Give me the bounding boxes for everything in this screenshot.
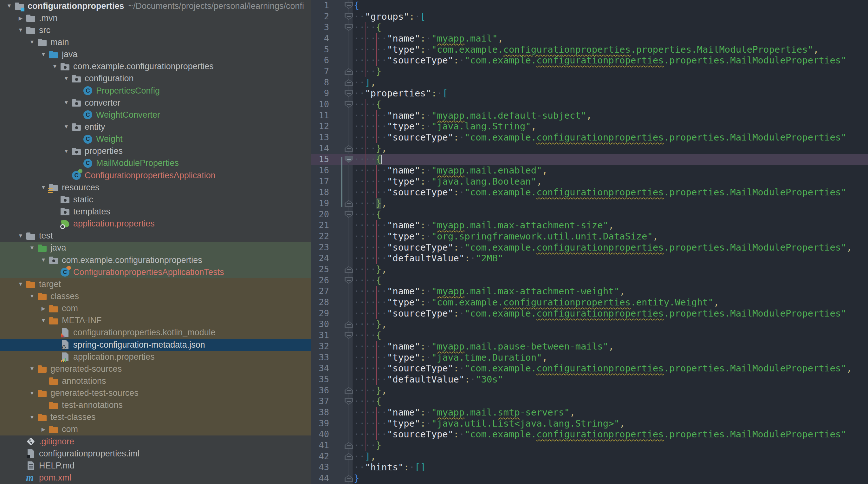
chevron-down-icon[interactable]: ▼ xyxy=(39,184,48,191)
line-number[interactable]: 27 xyxy=(311,286,329,297)
line-number[interactable]: 11 xyxy=(311,110,329,121)
tree-item-converter[interactable]: ▼converter xyxy=(0,97,311,109)
fold-start-icon[interactable] xyxy=(345,101,353,108)
tree-item-configurationpropertiesapplicationtests[interactable]: CConfigurationpropertiesApplicationTests xyxy=(0,266,311,278)
chevron-down-icon[interactable]: ▼ xyxy=(27,245,37,251)
fold-start-icon[interactable] xyxy=(345,13,353,20)
code-line[interactable]: ······"name":·"myapp.mail.default-subjec… xyxy=(354,110,868,121)
fold-end-icon[interactable] xyxy=(345,145,353,152)
tree-item-configuration[interactable]: ▼configuration xyxy=(0,72,311,85)
fold-end-icon[interactable] xyxy=(345,266,353,273)
tree-item-target[interactable]: ▼target xyxy=(0,278,311,290)
tree-item-properties[interactable]: ▼properties xyxy=(0,145,311,157)
line-number[interactable]: 2 xyxy=(311,11,329,22)
line-number[interactable]: 13 xyxy=(311,132,329,143)
tree-item-main[interactable]: ▼main xyxy=(0,36,311,48)
tree-item-application-properties[interactable]: application.properties xyxy=(0,351,311,363)
code-line[interactable]: ··], xyxy=(354,451,868,462)
tree-item-help-md[interactable]: HELP.md xyxy=(0,460,311,472)
code-line[interactable]: ······"sourceType":·"com.example.configu… xyxy=(354,55,868,66)
code-line[interactable]: ····{ xyxy=(354,99,868,110)
fold-start-icon[interactable] xyxy=(345,332,353,339)
fold-start-icon[interactable] xyxy=(345,2,353,9)
tree-item-mailmoduleproperties[interactable]: CMailModuleProperties xyxy=(0,157,311,170)
tree-item-application-properties[interactable]: application.properties xyxy=(0,218,311,230)
tree-item-generated-test-sources[interactable]: ▼generated-test-sources xyxy=(0,387,311,399)
tree-item-meta-inf[interactable]: ▼META-INF xyxy=(0,314,311,327)
tree-item-gitignore[interactable]: .gitignore xyxy=(0,435,311,448)
tree-item-test[interactable]: ▼test xyxy=(0,230,311,242)
line-number[interactable]: 28 xyxy=(311,297,329,308)
line-number[interactable]: 14 xyxy=(311,143,329,154)
line-number[interactable]: 32 xyxy=(311,341,329,352)
fold-start-icon[interactable] xyxy=(345,156,353,163)
chevron-down-icon[interactable]: ▼ xyxy=(39,317,48,324)
chevron-down-icon[interactable]: ▼ xyxy=(62,75,71,82)
tree-item-generated-sources[interactable]: ▼generated-sources xyxy=(0,363,311,375)
chevron-down-icon[interactable]: ▼ xyxy=(62,148,71,154)
code-line[interactable]: ····}, xyxy=(354,319,868,330)
line-number[interactable]: 10 xyxy=(311,99,329,110)
code-line[interactable]: ····{ xyxy=(354,154,868,165)
fold-end-icon[interactable] xyxy=(345,200,353,207)
code-line[interactable]: ····}, xyxy=(354,264,868,275)
code-line[interactable]: { xyxy=(354,0,868,11)
line-number[interactable]: 39 xyxy=(311,418,329,429)
code-line[interactable]: ····{ xyxy=(354,330,868,341)
code-line[interactable]: ······"name":·"myapp.mail.smtp-servers", xyxy=(354,407,868,418)
tree-item-com[interactable]: ▶com xyxy=(0,303,311,314)
fold-start-icon[interactable] xyxy=(345,24,353,31)
line-number[interactable]: 18 xyxy=(311,187,329,198)
code-line[interactable]: ······"sourceType":·"com.example.configu… xyxy=(354,242,868,253)
tree-item-java[interactable]: ▼java xyxy=(0,242,311,254)
line-number[interactable]: 38 xyxy=(311,407,329,418)
line-number[interactable]: 21 xyxy=(311,220,329,231)
tree-item-configurationpropertiesapplication[interactable]: CConfigurationpropertiesApplication xyxy=(0,170,311,181)
line-number[interactable]: 35 xyxy=(311,374,329,385)
line-number[interactable]: 22 xyxy=(311,231,329,242)
chevron-down-icon[interactable]: ▼ xyxy=(62,124,71,130)
fold-end-icon[interactable] xyxy=(345,387,353,394)
line-number[interactable]: 33 xyxy=(311,352,329,363)
fold-start-icon[interactable] xyxy=(345,211,353,218)
tree-item-test-classes[interactable]: ▼test-classes xyxy=(0,412,311,423)
line-number[interactable]: 25 xyxy=(311,264,329,275)
fold-end-icon[interactable] xyxy=(345,68,353,75)
line-number[interactable]: 1 xyxy=(311,0,329,11)
tree-item-templates[interactable]: templates xyxy=(0,206,311,218)
chevron-right-icon[interactable]: ▶ xyxy=(16,15,25,21)
tree-item-resources[interactable]: ▼resources xyxy=(0,181,311,193)
tree-item-entity[interactable]: ▼entity xyxy=(0,121,311,133)
line-number[interactable]: 6 xyxy=(311,55,329,66)
code-line[interactable]: ····}, xyxy=(354,198,868,209)
chevron-right-icon[interactable]: ▶ xyxy=(39,305,48,311)
fold-start-icon[interactable] xyxy=(345,277,353,284)
code-line[interactable]: ····{ xyxy=(354,209,868,220)
line-number[interactable]: 29 xyxy=(311,308,329,319)
code-line[interactable]: ··"hints":·[] xyxy=(354,462,868,473)
code-line[interactable]: ····{ xyxy=(354,275,868,286)
tree-item-annotations[interactable]: annotations xyxy=(0,375,311,387)
code-line[interactable]: ······"sourceType":·"com.example.configu… xyxy=(354,429,868,440)
tree-item-configurationproperties-kotlin-module[interactable]: configurationproperties.kotlin_module xyxy=(0,327,311,339)
line-number[interactable]: 36 xyxy=(311,385,329,396)
fold-end-icon[interactable] xyxy=(345,442,353,449)
chevron-down-icon[interactable]: ▼ xyxy=(27,293,37,299)
code-line[interactable]: ····{ xyxy=(354,22,868,33)
fold-end-icon[interactable] xyxy=(345,453,353,460)
line-number[interactable]: 43 xyxy=(311,462,329,473)
chevron-down-icon[interactable]: ▼ xyxy=(39,257,48,263)
tree-item-com-example-configurationproperties[interactable]: ▼com.example.configurationproperties xyxy=(0,61,311,72)
fold-start-icon[interactable] xyxy=(345,398,353,405)
line-number[interactable]: 41 xyxy=(311,440,329,451)
line-number[interactable]: 37 xyxy=(311,396,329,407)
line-number[interactable]: 34 xyxy=(311,363,329,374)
line-number[interactable]: 30 xyxy=(311,319,329,330)
code-line[interactable]: ······"name":·"myapp.mail.pause-between-… xyxy=(354,341,868,352)
chevron-down-icon[interactable]: ▼ xyxy=(16,281,25,288)
line-number[interactable]: 15 xyxy=(311,154,329,165)
tree-item-configurationproperties[interactable]: ▼configurationproperties~/Documents/proj… xyxy=(0,0,311,12)
line-number[interactable]: 19 xyxy=(311,198,329,209)
code-line[interactable]: ······"type":·"com.example.configuration… xyxy=(354,297,868,308)
tree-item-static[interactable]: static xyxy=(0,193,311,206)
